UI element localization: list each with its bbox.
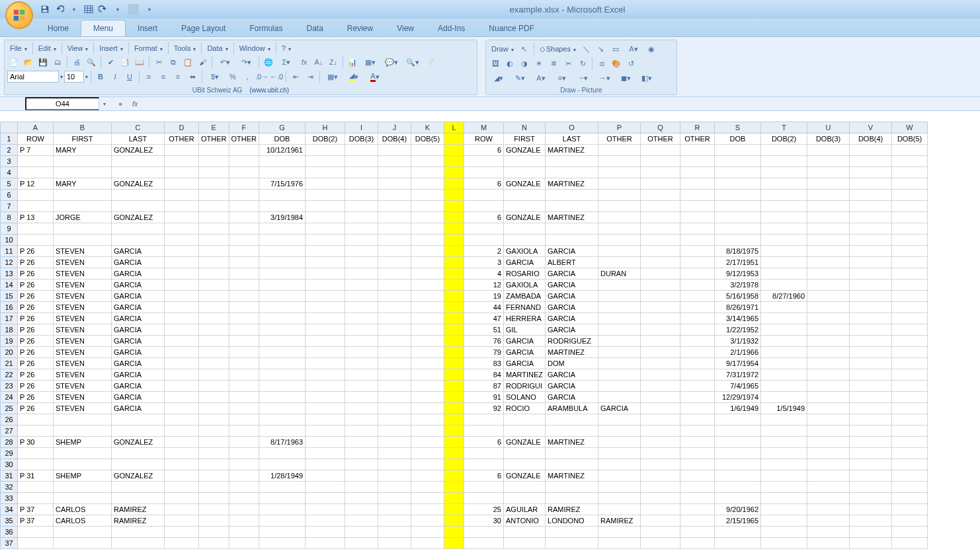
- cell-D16[interactable]: [165, 302, 199, 313]
- fill-tool-icon[interactable]: ◢▾: [489, 71, 509, 85]
- cell-N17[interactable]: HERRERA: [504, 313, 546, 324]
- arrow-icon[interactable]: ↘: [594, 42, 608, 55]
- cell-A34[interactable]: P 37: [18, 504, 54, 515]
- cell-O7[interactable]: [546, 201, 598, 212]
- cell-R26[interactable]: [680, 414, 715, 425]
- spelling-icon[interactable]: ✔: [104, 55, 117, 69]
- cell-N21[interactable]: GARCIA: [504, 358, 546, 369]
- cell-V35[interactable]: [850, 515, 892, 527]
- cell-M4[interactable]: [464, 167, 504, 178]
- cell-B3[interactable]: [54, 156, 112, 167]
- cell-T11[interactable]: [761, 246, 807, 257]
- cell-N1[interactable]: FIRST: [504, 133, 546, 145]
- cell-I22[interactable]: [345, 369, 378, 381]
- cell-J5[interactable]: [378, 178, 411, 190]
- cell-U36[interactable]: [807, 527, 850, 538]
- cell-M16[interactable]: 44: [464, 302, 504, 313]
- cell-L31[interactable]: [444, 470, 464, 482]
- cell-B1[interactable]: FIRST: [54, 133, 112, 145]
- cell-G17[interactable]: [259, 313, 306, 324]
- cell-L25[interactable]: [444, 403, 464, 414]
- cell-U10[interactable]: [807, 235, 850, 246]
- cell-W9[interactable]: [892, 223, 928, 235]
- cell-L3[interactable]: [444, 156, 464, 167]
- cell-F21[interactable]: [229, 358, 259, 369]
- redo-icon[interactable]: [98, 4, 108, 15]
- cell-G4[interactable]: [259, 167, 306, 178]
- cell-A11[interactable]: P 26: [18, 246, 54, 257]
- cell-I34[interactable]: [345, 504, 378, 515]
- cell-N20[interactable]: GARCIA: [504, 347, 546, 358]
- name-box-dropdown-icon[interactable]: ▾: [101, 101, 108, 107]
- cell-G32[interactable]: [259, 482, 306, 493]
- cell-T8[interactable]: [761, 212, 807, 223]
- cell-O24[interactable]: GARCIA: [546, 392, 598, 403]
- cell-U32[interactable]: [807, 482, 850, 493]
- cell-L5[interactable]: [444, 178, 464, 190]
- cell-H37[interactable]: [306, 538, 345, 549]
- cell-A4[interactable]: [18, 167, 54, 178]
- cell-S14[interactable]: 3/2/1978: [715, 279, 761, 291]
- cell-N37[interactable]: [504, 538, 546, 549]
- cell-I8[interactable]: [345, 212, 378, 223]
- cell-O10[interactable]: [546, 235, 598, 246]
- cell-E8[interactable]: [199, 212, 229, 223]
- cell-B12[interactable]: STEVEN: [54, 257, 112, 268]
- cell-V24[interactable]: [850, 392, 892, 403]
- cell-D12[interactable]: [165, 257, 199, 268]
- redo-dropdown-icon[interactable]: ▾: [112, 4, 123, 15]
- row-header-9[interactable]: 9: [1, 223, 18, 235]
- cell-Q19[interactable]: [641, 336, 680, 347]
- cell-K28[interactable]: [411, 437, 444, 448]
- cell-B9[interactable]: [54, 223, 112, 235]
- cell-L29[interactable]: [444, 448, 464, 459]
- cell-M1[interactable]: ROW: [464, 133, 504, 145]
- cell-U2[interactable]: [807, 145, 850, 156]
- cell-Q5[interactable]: [641, 178, 680, 190]
- cell-E4[interactable]: [199, 167, 229, 178]
- cell-E21[interactable]: [199, 358, 229, 369]
- cell-Q31[interactable]: [641, 470, 680, 482]
- cell-T6[interactable]: [761, 190, 807, 201]
- cell-D8[interactable]: [165, 212, 199, 223]
- cell-W5[interactable]: [892, 178, 928, 190]
- cell-D3[interactable]: [165, 156, 199, 167]
- cell-K21[interactable]: [411, 358, 444, 369]
- cell-I26[interactable]: [345, 414, 378, 425]
- menu-window[interactable]: Window: [237, 43, 273, 54]
- cell-B4[interactable]: [54, 167, 112, 178]
- cell-Q12[interactable]: [641, 257, 680, 268]
- wordart-icon[interactable]: A▾: [624, 42, 643, 55]
- diagram-icon[interactable]: ◉: [645, 42, 658, 55]
- cell-I15[interactable]: [345, 291, 378, 302]
- cell-D2[interactable]: [165, 145, 199, 156]
- cell-D30[interactable]: [165, 459, 199, 470]
- undo-icon[interactable]: [54, 4, 65, 15]
- cell-L23[interactable]: [444, 381, 464, 392]
- cell-W28[interactable]: [892, 437, 928, 448]
- row-header-23[interactable]: 23: [1, 381, 18, 392]
- cell-M21[interactable]: 83: [464, 358, 504, 369]
- cell-B26[interactable]: [54, 414, 112, 425]
- cell-R6[interactable]: [680, 190, 715, 201]
- cell-M20[interactable]: 79: [464, 347, 504, 358]
- cell-W36[interactable]: [892, 527, 928, 538]
- cell-M6[interactable]: [464, 190, 504, 201]
- cell-P11[interactable]: [598, 246, 641, 257]
- cell-E7[interactable]: [199, 201, 229, 212]
- cell-E25[interactable]: [199, 403, 229, 414]
- cell-U30[interactable]: [807, 459, 850, 470]
- cell-I10[interactable]: [345, 235, 378, 246]
- ribbon-tab-nuance-pdf[interactable]: Nuance PDF: [477, 20, 546, 36]
- cell-Q37[interactable]: [641, 538, 680, 549]
- cell-B29[interactable]: [54, 448, 112, 459]
- cell-B11[interactable]: STEVEN: [54, 246, 112, 257]
- cell-C7[interactable]: [112, 201, 165, 212]
- compress-icon[interactable]: ⧈: [595, 57, 608, 70]
- cell-W13[interactable]: [892, 268, 928, 279]
- cell-P23[interactable]: [598, 381, 641, 392]
- cell-W16[interactable]: [892, 302, 928, 313]
- cell-D18[interactable]: [165, 324, 199, 336]
- cell-H30[interactable]: [306, 459, 345, 470]
- cell-T14[interactable]: [761, 279, 807, 291]
